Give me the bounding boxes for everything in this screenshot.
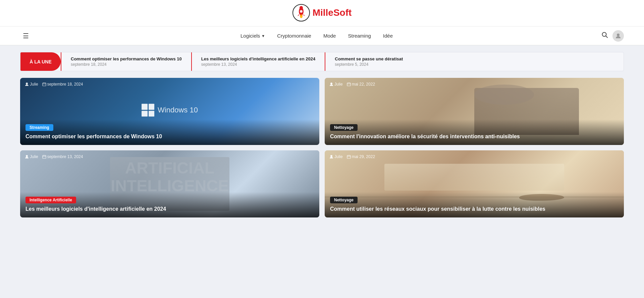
breaking-title-3: Comment se passe une dératisat — [335, 56, 403, 61]
card-3-date: septembre 13, 2024 — [42, 154, 83, 159]
hamburger-menu-icon[interactable]: ☰ — [20, 29, 32, 43]
logo-text: MilleSoft — [313, 7, 352, 18]
logo-icon — [292, 4, 310, 21]
card-2-date: mai 22, 2022 — [347, 82, 375, 87]
nav-label-mode: Mode — [323, 33, 336, 39]
card-3-title: Les meilleurs logiciels d'intelligence a… — [25, 205, 314, 213]
card-1-category: Streaming — [25, 124, 53, 131]
svg-marker-3 — [298, 14, 299, 16]
svg-point-26 — [330, 155, 332, 157]
article-card-2[interactable]: Julie mai 22, 2022 Nettoyage Comment l'i… — [325, 78, 624, 145]
card-1-title: Comment optimiser les performances de Wi… — [25, 133, 314, 140]
win10-image-art: Windows 10 — [142, 104, 198, 116]
breaking-date-2: septembre 13, 2024 — [201, 62, 316, 67]
nav-right — [602, 30, 624, 42]
card-4-date: mai 29, 2022 — [347, 154, 375, 159]
svg-point-10 — [617, 34, 620, 36]
chevron-down-icon: ▼ — [261, 34, 265, 38]
svg-point-16 — [330, 83, 332, 85]
card-4-meta: Julie mai 29, 2022 — [329, 154, 375, 159]
card-4-overlay: Nettoyage Comment utiliser les réseaux s… — [325, 192, 624, 217]
card-1-author: Julie — [25, 82, 38, 87]
card-3-author: Julie — [25, 154, 38, 159]
logo-main: Mille — [313, 7, 333, 18]
breaking-news-item-3[interactable]: Comment se passe une dératisat septembre… — [325, 52, 412, 71]
article-card-3[interactable]: ARTIFICIALINTELLIGENCE Julie septembre 1… — [20, 150, 319, 217]
svg-rect-27 — [347, 155, 351, 158]
card-3-meta: Julie septembre 13, 2024 — [25, 154, 83, 159]
card-1-date: septembre 18, 2024 — [42, 82, 83, 87]
nav-item-streaming[interactable]: Streaming — [348, 33, 371, 39]
nav-left: ☰ — [20, 29, 32, 43]
card-4-author: Julie — [329, 154, 343, 159]
windows-logo — [142, 104, 154, 116]
breaking-news-item-2[interactable]: Les meilleurs logiciels d'intelligence a… — [191, 52, 325, 71]
nav-item-logiciels[interactable]: Logiciels ▼ — [240, 33, 265, 39]
card-2-category: Nettoyage — [330, 124, 358, 131]
breaking-news-bar: À LA UNE Comment optimiser les performan… — [20, 52, 624, 71]
card-1-meta: Julie septembre 18, 2024 — [25, 82, 83, 87]
breaking-news-items: Comment optimiser les performances de Wi… — [61, 52, 624, 71]
articles-grid: Windows 10 Julie septembre 18, 2024 Stre… — [20, 78, 624, 217]
breaking-news-label: À LA UNE — [20, 52, 61, 71]
breaking-title-1: Comment optimiser les performances de Wi… — [71, 56, 182, 61]
breaking-date-1: septembre 18, 2024 — [71, 62, 182, 67]
nav-item-cryptomonnaie[interactable]: Cryptomonnaie — [277, 33, 311, 39]
article-card-1[interactable]: Windows 10 Julie septembre 18, 2024 Stre… — [20, 78, 319, 145]
nav-item-mode[interactable]: Mode — [323, 33, 336, 39]
search-icon[interactable] — [602, 32, 608, 40]
article-card-4[interactable]: Julie mai 29, 2022 Nettoyage Comment uti… — [325, 150, 624, 217]
card-4-category: Nettoyage — [330, 197, 358, 203]
nav-label-idee: Idée — [383, 33, 393, 39]
card-3-category: Intelligence Artificielle — [25, 197, 76, 203]
card-2-overlay: Nettoyage Comment l'innovation améliore … — [325, 119, 624, 145]
card-4-title: Comment utiliser les réseaux sociaux pou… — [330, 205, 619, 213]
svg-point-11 — [26, 83, 28, 85]
card-2-meta: Julie mai 22, 2022 — [329, 82, 375, 87]
card-2-title: Comment l'innovation améliore la sécurit… — [330, 133, 619, 140]
svg-rect-22 — [43, 155, 46, 158]
main-navbar: ☰ Logiciels ▼ Cryptomonnaie Mode Streami… — [0, 27, 644, 45]
svg-marker-4 — [304, 14, 305, 16]
user-avatar[interactable] — [612, 30, 624, 42]
nav-label-streaming: Streaming — [348, 33, 371, 39]
svg-rect-17 — [347, 83, 351, 86]
svg-point-5 — [300, 10, 303, 13]
nav-label-logiciels: Logiciels — [240, 33, 260, 39]
svg-point-7 — [300, 16, 302, 18]
site-logo[interactable]: MilleSoft — [292, 4, 352, 21]
svg-point-21 — [26, 155, 28, 157]
logo-accent: Soft — [333, 7, 352, 18]
nav-label-cryptomonnaie: Cryptomonnaie — [277, 33, 311, 39]
breaking-news-item-1[interactable]: Comment optimiser les performances de Wi… — [61, 52, 191, 71]
card-1-overlay: Streaming Comment optimiser les performa… — [20, 119, 319, 145]
breaking-date-3: septembre 5, 2024 — [335, 62, 403, 67]
site-header: MilleSoft — [0, 0, 644, 27]
nav-item-idee[interactable]: Idée — [383, 33, 393, 39]
svg-rect-12 — [43, 83, 46, 86]
svg-line-9 — [606, 36, 607, 38]
svg-point-2 — [300, 6, 303, 9]
breaking-title-2: Les meilleurs logiciels d'intelligence a… — [201, 56, 316, 61]
card-3-overlay: Intelligence Artificielle Les meilleurs … — [20, 192, 319, 217]
card-2-author: Julie — [329, 82, 343, 87]
nav-center: Logiciels ▼ Cryptomonnaie Mode Streaming… — [240, 33, 393, 39]
